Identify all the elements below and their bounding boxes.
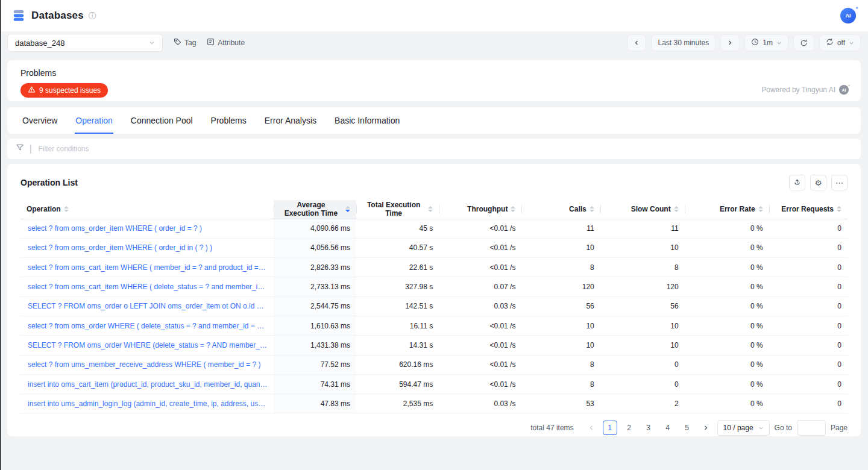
operation-link[interactable]: select ? from oms_order WHERE ( delete_s…: [20, 316, 274, 335]
pagination-next-button[interactable]: [699, 421, 712, 435]
pagination-prev-button[interactable]: [585, 421, 598, 435]
time-next-button[interactable]: [720, 34, 740, 51]
operation-link[interactable]: SELECT ? FROM oms_order o LEFT JOIN oms_…: [20, 296, 274, 316]
error-requests-cell: 0: [769, 277, 848, 296]
chevron-down-icon: [758, 425, 764, 431]
problems-title: Problems: [20, 68, 848, 78]
slow-count-cell: 10: [600, 238, 685, 257]
error-rate-cell: 0 %: [685, 374, 769, 393]
sort-icons: [674, 206, 679, 212]
tingyun-ai-icon: AI ✦: [839, 85, 849, 95]
calls-cell: 11: [521, 219, 600, 238]
time-range-button[interactable]: Last 30 minutes: [651, 34, 715, 51]
powered-by-label: Powered by Tingyun AI: [761, 86, 835, 94]
goto-page-input[interactable]: [797, 420, 826, 436]
throughput-cell: <0.01 /s: [439, 258, 521, 277]
interval-select[interactable]: 1m: [744, 34, 788, 51]
throughput-cell: <0.01 /s: [439, 219, 521, 238]
average-execution-time-cell: 74.31 ms: [274, 374, 356, 393]
total-execution-time-cell: 40.57 s: [356, 238, 439, 257]
table-row: select ? from oms_order_item WHERE ( ord…: [20, 219, 848, 238]
time-prev-button[interactable]: [627, 34, 646, 51]
page-size-value: 10 / page: [723, 424, 753, 432]
warning-triangle-icon: [28, 86, 36, 95]
calls-cell: 10: [521, 238, 600, 257]
total-execution-time-cell: 16.11 s: [356, 316, 439, 335]
databases-logo-icon: [12, 9, 25, 22]
column-header-average-execution-time[interactable]: Average Execution Time: [274, 200, 356, 219]
tab-connection-pool[interactable]: Connection Pool: [130, 107, 193, 134]
total-execution-time-cell: 620.16 ms: [356, 355, 439, 374]
operation-link[interactable]: select ? from ums_member_receive_address…: [20, 355, 274, 374]
tab-overview[interactable]: Overview: [22, 107, 58, 134]
chevron-down-icon: [849, 40, 854, 46]
table-row: SELECT ? FROM oms_order WHERE (delete_st…: [20, 336, 848, 355]
operation-link[interactable]: SELECT ? FROM oms_order WHERE (delete_st…: [20, 336, 274, 355]
clock-icon: [751, 38, 759, 48]
operation-link[interactable]: select ? from oms_order_item WHERE ( ord…: [20, 219, 274, 238]
database-select[interactable]: database_248: [7, 34, 163, 52]
table-row: SELECT ? FROM oms_order o LEFT JOIN oms_…: [20, 296, 848, 316]
average-execution-time-cell: 77.52 ms: [274, 355, 356, 374]
error-requests-cell: 0: [769, 219, 848, 238]
refresh-icon: [800, 39, 808, 47]
suspected-issues-badge[interactable]: 9 suspected issues: [20, 83, 108, 98]
average-execution-time-cell: 4,090.66 ms: [274, 219, 356, 238]
total-execution-time-cell: 142.51 s: [356, 296, 439, 316]
pagination-page-1[interactable]: 1: [603, 421, 617, 435]
refresh-button[interactable]: [793, 34, 814, 51]
filter-conditions-input[interactable]: [37, 144, 853, 154]
table-row: select ? from oms_order WHERE ( delete_s…: [20, 316, 848, 335]
throughput-cell: <0.01 /s: [439, 316, 521, 335]
export-button[interactable]: [789, 175, 805, 190]
error-requests-cell: 0: [769, 316, 848, 335]
average-execution-time-cell: 47.83 ms: [274, 394, 356, 413]
average-execution-time-cell: 2,544.75 ms: [274, 296, 356, 316]
column-header-operation[interactable]: Operation: [20, 200, 274, 219]
page-size-select[interactable]: 10 / page: [717, 420, 770, 436]
error-requests-cell: 0: [769, 374, 848, 393]
column-header-slow-count[interactable]: Slow Count: [600, 200, 685, 219]
tag-button[interactable]: Tag: [174, 38, 196, 48]
operation-link[interactable]: insert into oms_cart_item (product_id, p…: [20, 374, 274, 393]
column-header-throughput[interactable]: Throughput: [439, 200, 521, 219]
total-execution-time-cell: 45 s: [356, 219, 439, 238]
tab-problems[interactable]: Problems: [210, 107, 247, 134]
operation-link[interactable]: select ? from oms_order_item WHERE ( ord…: [20, 238, 274, 257]
slow-count-cell: 11: [600, 219, 685, 238]
ai-assistant-button[interactable]: AI ✦: [840, 8, 856, 24]
calls-cell: 10: [521, 316, 600, 335]
sort-icons: [758, 206, 763, 212]
toolbar: database_248 Tag Attribute Last 30 minut…: [0, 31, 868, 54]
pagination-page-2[interactable]: 2: [622, 421, 637, 435]
auto-refresh-select[interactable]: off: [819, 34, 861, 51]
time-range-label: Last 30 minutes: [658, 39, 709, 47]
column-header-total-execution-time[interactable]: Total Execution Time: [356, 200, 439, 219]
operation-link[interactable]: select ? from oms_cart_item WHERE ( dele…: [20, 277, 274, 296]
operation-link[interactable]: insert into ums_admin_login_log (admin_i…: [20, 394, 274, 413]
tab-operation[interactable]: Operation: [75, 107, 113, 134]
error-rate-cell: 0 %: [685, 394, 769, 413]
tab-basic-information[interactable]: Basic Information: [334, 107, 400, 134]
problems-card: Problems 9 suspected issues Powered by T…: [7, 60, 861, 101]
tab-error-analysis[interactable]: Error Analysis: [264, 107, 317, 134]
column-settings-button[interactable]: ⚙: [810, 175, 826, 190]
total-execution-time-cell: 327.98 s: [356, 277, 439, 296]
total-execution-time-cell: 594.47 ms: [356, 374, 439, 393]
throughput-cell: <0.01 /s: [439, 336, 521, 355]
calls-cell: 120: [521, 277, 600, 296]
calls-cell: 56: [521, 296, 600, 316]
column-header-calls[interactable]: Calls: [521, 200, 600, 219]
attribute-button[interactable]: Attribute: [207, 38, 245, 48]
info-circle-icon[interactable]: ⓘ: [89, 12, 96, 20]
export-icon: [793, 179, 801, 187]
pagination-page-3[interactable]: 3: [641, 421, 656, 435]
column-header-error-rate[interactable]: Error Rate: [685, 200, 769, 219]
operation-link[interactable]: select ? from oms_cart_item WHERE ( memb…: [20, 258, 274, 277]
operation-list-title: Operation List: [20, 178, 78, 187]
error-requests-cell: 0: [769, 394, 848, 413]
more-actions-button[interactable]: ⋯: [831, 175, 848, 190]
pagination-page-5[interactable]: 5: [680, 421, 694, 435]
pagination-page-4[interactable]: 4: [661, 421, 675, 435]
column-header-error-requests[interactable]: Error Requests: [769, 200, 848, 219]
